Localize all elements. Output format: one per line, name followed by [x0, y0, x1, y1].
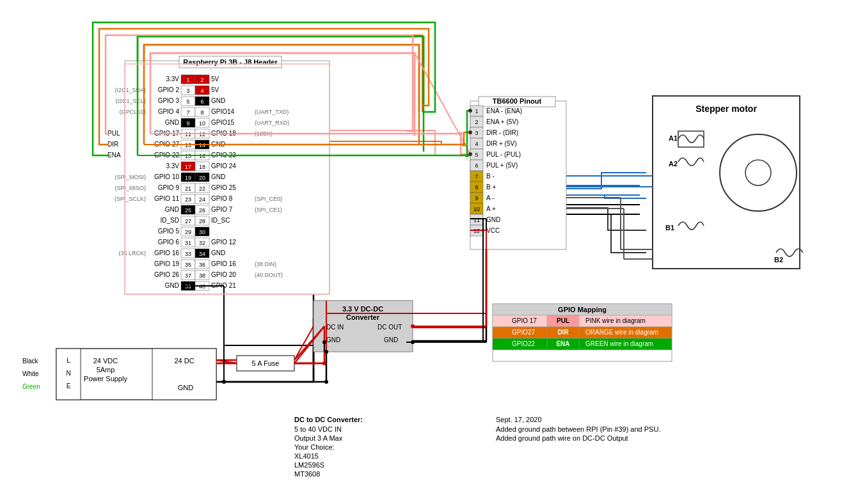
pin-func: (UART_TXD)	[255, 109, 289, 115]
pin-label: GPIO14	[211, 108, 235, 115]
tb-pin-label: A +	[486, 205, 496, 212]
pin-label: GPIO 16	[154, 249, 179, 256]
pin-func: (SPI_MOSI)	[115, 174, 146, 180]
pin-label: 5V	[211, 86, 219, 93]
rpi-header-title: Raspberry Pi 3B - J8 Header	[183, 58, 278, 66]
dc-spec2: Output 3 A Max	[294, 434, 343, 442]
svg-point-127	[468, 130, 472, 134]
tb-pin-num: 1	[475, 108, 478, 114]
terminal-a1: A1	[669, 134, 678, 142]
tb-pin-num: 6	[475, 162, 478, 169]
pin-label: GPIO 4	[158, 108, 180, 115]
psu-l: L	[67, 357, 70, 364]
svg-point-141	[322, 361, 326, 365]
tb-pin-label: GND	[486, 216, 500, 223]
svg-point-107	[222, 380, 226, 384]
tb-pin-label: B +	[486, 184, 496, 191]
pin-label: GPIO 25	[211, 184, 236, 191]
gpio-row2-gpio: GPIO27	[512, 329, 536, 336]
dcdc-gndout: GND	[384, 336, 398, 343]
note-line1: Added ground path between RPI (Pin #39) …	[496, 425, 660, 433]
dc-converter-title: DC to DC Converter:	[294, 416, 363, 423]
pin-num: 23	[185, 196, 191, 203]
pin-label: 3.3V	[166, 75, 179, 83]
pin-num: 22	[199, 185, 205, 192]
pin-func: (SPI_CE1)	[255, 207, 282, 213]
pin-label: GPIO 6	[158, 239, 180, 246]
tb-pin-label: ENA - (ENA)	[486, 107, 522, 114]
terminal-a2: A2	[669, 160, 678, 168]
pin-num: 4	[200, 88, 203, 94]
svg-point-143	[322, 340, 326, 344]
psu-voltage: 24 VDC	[93, 357, 118, 365]
pin-num: 37	[185, 272, 191, 279]
dcdc-subtitle: Converter	[346, 313, 380, 321]
pin-label: GPIO 5	[158, 228, 180, 235]
pin-num: 36	[199, 262, 205, 268]
tb-pin-label: PUL + (5V)	[486, 162, 518, 169]
pin-num: 10	[199, 120, 205, 127]
pin-num: 7	[186, 109, 189, 116]
pin-func: (SPI_SCLK)	[115, 196, 146, 202]
psu-label: Power Supply	[84, 375, 127, 382]
psu-gnd: GND	[178, 384, 194, 391]
gpio-row1-wire: PINK wire in diagram	[585, 317, 646, 324]
pin-num: 17	[185, 164, 191, 170]
pin-label: GND	[211, 249, 225, 256]
pin-label: GPIO 10	[154, 173, 179, 180]
svg-point-71	[745, 160, 771, 185]
pin-label: GPIO 12	[211, 239, 236, 246]
pin-label: ID_SC	[211, 217, 230, 224]
dcdc-dcout: DC OUT	[377, 324, 402, 331]
pin-num: 38	[199, 272, 205, 279]
tb-pin-num: 3	[475, 130, 478, 136]
gpio-row3-func: ENA	[556, 340, 569, 347]
tb-pin-num: 8	[475, 184, 478, 191]
pin-num: 27	[185, 218, 191, 224]
pin-label: GND	[211, 173, 225, 180]
pin-label: GPIO 11	[154, 195, 179, 202]
pin-num: 3	[186, 88, 189, 94]
dcdc-gndin: GND	[326, 336, 340, 343]
wire-white: White	[22, 370, 39, 377]
pin-num: 21	[185, 185, 191, 192]
pin-func: (40 DOUT)	[255, 272, 283, 278]
pin-label: GPIO 2	[158, 86, 180, 93]
tb-pin-label: A -	[486, 194, 494, 201]
pin-func: (SPI_CE0)	[255, 196, 282, 202]
gpio-row1-gpio: GPIO 17	[512, 317, 537, 324]
pin-label: GPIO 7	[211, 206, 233, 213]
pin-func: (I2C1_SCL)	[115, 98, 146, 104]
gpio-row2-func: DIR	[557, 329, 569, 336]
tb-pin-label: B -	[486, 173, 495, 180]
pin-label: GND	[165, 206, 179, 213]
pin-label: 3.3V	[166, 162, 179, 169]
wiring-diagram-svg: Raspberry Pi 3B - J8 Header 3.3V 1 2 5V …	[0, 0, 842, 504]
pin-func: (35 LRCK)	[118, 250, 146, 256]
pin-label: GPIO 20	[211, 271, 236, 278]
pin-label: 5V	[211, 75, 219, 83]
psu-24dc: 24 DC	[174, 357, 194, 365]
fuse-label: 5 A Fuse	[252, 359, 280, 367]
tb-pin-num: 10	[473, 206, 480, 212]
pin-num: 32	[199, 240, 205, 246]
pin-label: GPIO 19	[154, 260, 179, 267]
svg-point-128	[468, 109, 472, 113]
pin-num: 9	[186, 120, 189, 127]
dcdc-dcin: DC IN	[326, 324, 344, 331]
tb-pin-num: 2	[475, 119, 478, 125]
svg-point-142	[324, 380, 328, 384]
svg-point-126	[468, 152, 472, 156]
wire-green: Green	[22, 383, 40, 390]
pin-num: 19	[185, 175, 191, 181]
pin-label: GPIO 24	[211, 162, 236, 169]
pin-num: 6	[200, 98, 203, 105]
ena-label: ENA	[107, 152, 121, 159]
terminal-b2: B2	[774, 256, 783, 264]
pin-label: GND	[211, 97, 225, 104]
tb-pin-num: 7	[475, 173, 478, 180]
pin-num: 2	[200, 77, 203, 83]
pin-num: 35	[185, 262, 191, 268]
dir-label: DIR	[107, 141, 118, 148]
pin-num: 18	[199, 164, 205, 170]
